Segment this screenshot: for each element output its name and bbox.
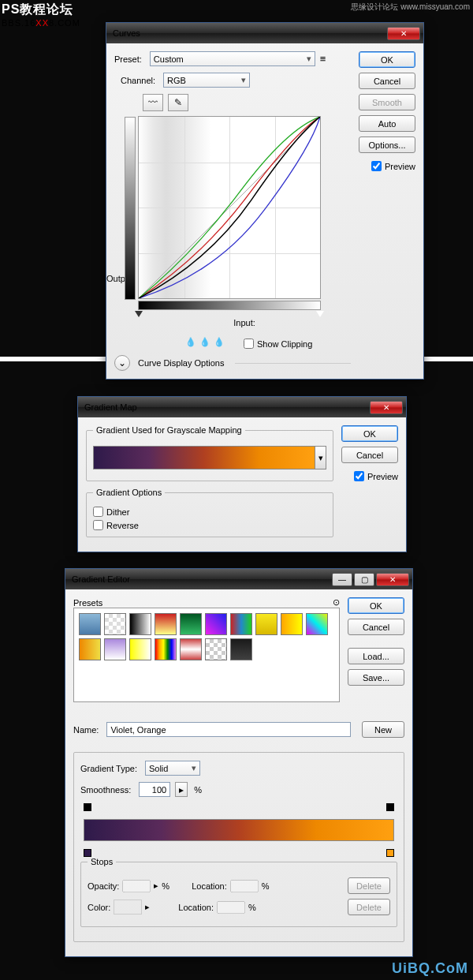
preview-checkbox[interactable] — [354, 471, 364, 481]
eyedropper-gray-icon[interactable]: 💧 — [199, 337, 210, 347]
preset-swatch[interactable] — [230, 638, 252, 660]
curve-tool-icon[interactable]: 〰 — [143, 94, 163, 111]
gradient-editor-dialog: Gradient Editor — ▢ ✕ Presets⊙ OK Cancel… — [65, 568, 413, 957]
watermark-bbs: BBS.16XX8.COM — [2, 16, 80, 28]
minimize-icon[interactable]: — — [332, 573, 352, 586]
gmap-options-legend: Gradient Options — [93, 488, 165, 497]
pencil-tool-icon[interactable]: ✎ — [168, 94, 188, 111]
preset-swatch[interactable] — [180, 638, 202, 660]
gmap-titlebar[interactable]: Gradient Map ✕ — [78, 397, 406, 417]
load-button[interactable]: Load... — [348, 648, 404, 664]
show-clipping-label: Show Clipping — [257, 339, 312, 349]
pct-label: % — [194, 785, 202, 795]
dither-checkbox[interactable] — [93, 507, 103, 517]
eyedropper-white-icon[interactable]: 💧 — [214, 337, 225, 347]
gradient-preview[interactable] — [93, 446, 315, 469]
name-label: Name: — [73, 725, 99, 735]
stops-fieldset: Stops Opacity:▸% Location:% Delete Color… — [80, 857, 397, 927]
gtype-select[interactable]: Solid — [145, 761, 200, 776]
preset-swatch[interactable] — [129, 638, 151, 660]
maximize-icon[interactable]: ▢ — [354, 573, 374, 586]
preset-swatch[interactable] — [155, 638, 177, 660]
presets-label: Presets — [73, 598, 102, 608]
watermark-uibq: UiBQ.CoM — [392, 960, 468, 977]
opacity-stop-left[interactable] — [84, 803, 91, 811]
location-label: Location: — [192, 881, 227, 891]
preset-swatch[interactable] — [255, 613, 277, 635]
curves-titlebar[interactable]: Curves ✕ — [106, 23, 423, 43]
opacity-stop-right[interactable] — [386, 803, 394, 811]
auto-button[interactable]: Auto — [359, 115, 415, 132]
save-button[interactable]: Save... — [348, 669, 404, 686]
delete-button: Delete — [348, 877, 390, 894]
preset-swatch[interactable] — [104, 638, 126, 660]
new-button[interactable]: New — [362, 721, 404, 738]
channel-select[interactable]: RGB — [163, 73, 250, 88]
preset-swatch[interactable] — [281, 613, 303, 635]
preset-swatch[interactable] — [180, 613, 202, 635]
gradient-dropdown-icon[interactable]: ▾ — [315, 446, 326, 469]
cancel-button[interactable]: Cancel — [359, 73, 415, 89]
gmap-options-fieldset: Gradient Options Dither Reverse — [86, 488, 333, 537]
close-icon[interactable]: ✕ — [370, 401, 403, 414]
preset-select[interactable]: Custom — [150, 51, 315, 66]
gradient-bar[interactable] — [84, 819, 394, 841]
reverse-checkbox[interactable] — [93, 520, 103, 530]
preset-swatch[interactable] — [205, 613, 227, 635]
show-clipping-checkbox[interactable] — [244, 339, 254, 349]
gedit-titlebar[interactable]: Gradient Editor — ▢ ✕ — [65, 569, 412, 589]
ok-button[interactable]: OK — [348, 597, 404, 614]
watermark-source: 思缘设计论坛 www.missyuan.com — [351, 2, 470, 13]
curves-dialog: Curves ✕ Preset: Custom ≡ Channel: RGB 〰… — [106, 22, 424, 380]
close-icon[interactable]: ✕ — [376, 573, 409, 586]
color-swatch — [114, 900, 142, 915]
gmap-title: Gradient Map — [84, 402, 370, 412]
smoothness-label: Smoothness: — [80, 785, 131, 795]
gmap-gradient-fieldset: Gradient Used for Grayscale Mapping ▾ — [86, 425, 333, 481]
gradient-type-fieldset: Gradient Type: Solid Smoothness: ▸ % Sto… — [73, 752, 404, 942]
cancel-button[interactable]: Cancel — [348, 619, 404, 635]
smooth-button[interactable]: Smooth — [359, 94, 415, 110]
name-input[interactable] — [106, 722, 351, 737]
gmap-legend: Gradient Used for Grayscale Mapping — [93, 425, 245, 435]
opacity-label: Opacity: — [88, 881, 119, 891]
close-icon[interactable]: ✕ — [387, 27, 420, 40]
color-stop-left[interactable] — [84, 849, 91, 857]
curves-graph[interactable] — [138, 116, 321, 299]
curve-display-options-label: Curve Display Options — [138, 358, 224, 368]
expand-icon[interactable]: ⌄ — [114, 355, 130, 371]
input-gradient-bar[interactable] — [138, 301, 321, 310]
preset-swatch[interactable] — [306, 613, 328, 635]
preset-swatch[interactable] — [205, 638, 227, 660]
eyedropper-black-icon[interactable]: 💧 — [185, 337, 196, 347]
location-label: Location: — [178, 903, 214, 912]
color-stop-right[interactable] — [386, 849, 394, 857]
ok-button[interactable]: OK — [359, 51, 415, 68]
stops-legend: Stops — [88, 857, 116, 866]
location-input — [217, 901, 245, 914]
ok-button[interactable]: OK — [341, 425, 398, 442]
preview-label: Preview — [385, 162, 415, 171]
delete-button: Delete — [348, 899, 390, 915]
preset-menu-icon[interactable]: ≡ — [320, 53, 326, 65]
smoothness-input[interactable] — [139, 782, 170, 797]
opacity-input — [122, 880, 151, 892]
smoothness-stepper-icon[interactable]: ▸ — [175, 782, 188, 797]
channel-label: Channel: — [121, 76, 155, 85]
curves-title: Curves — [113, 28, 387, 38]
location-input — [230, 880, 259, 892]
preview-checkbox[interactable] — [371, 161, 382, 171]
options-button[interactable]: Options... — [359, 137, 415, 153]
preview-label: Preview — [367, 472, 398, 481]
input-label: Input: — [233, 318, 255, 327]
presets-menu-icon[interactable]: ⊙ — [333, 597, 340, 608]
preset-swatch[interactable] — [79, 613, 101, 635]
gradient-map-dialog: Gradient Map ✕ Gradient Used for Graysca… — [77, 396, 407, 552]
preset-swatch[interactable] — [129, 613, 151, 635]
preset-swatch[interactable] — [79, 638, 101, 660]
dither-label: Dither — [106, 507, 129, 517]
preset-swatch[interactable] — [230, 613, 252, 635]
preset-swatch[interactable] — [104, 613, 126, 635]
preset-swatch[interactable] — [155, 613, 177, 635]
cancel-button[interactable]: Cancel — [341, 447, 398, 463]
